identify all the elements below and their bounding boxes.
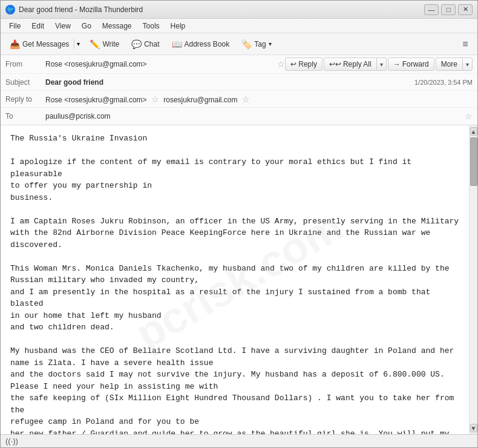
forward-icon: →	[393, 60, 401, 68]
menu-help[interactable]: Help	[166, 21, 191, 31]
reply-icon: ↩	[290, 60, 296, 68]
email-body-container: The Russia's Ukraine Invasion I apologiz…	[1, 125, 477, 434]
from-label: From	[5, 60, 42, 68]
get-messages-button[interactable]: 📥 Get Messages ▾	[4, 37, 83, 51]
menu-view[interactable]: View	[50, 21, 76, 31]
write-button[interactable]: ✏️ Write	[84, 37, 125, 51]
window-title: Dear good friend - Mozilla Thunderbird	[19, 5, 143, 14]
scroll-track[interactable]	[470, 137, 477, 422]
email-header: From Rose <rosesjukru@gmail.com> ☆ ↩ Rep…	[1, 55, 477, 125]
status-bar: ((·))	[1, 434, 477, 447]
subject-label: Subject	[5, 78, 42, 87]
tag-icon: 🏷️	[241, 39, 252, 49]
tag-button[interactable]: 🏷️ Tag ▾	[236, 37, 277, 51]
scrollbar[interactable]: ▲ ▼	[469, 125, 477, 434]
address-book-icon: 📖	[172, 39, 182, 49]
app-icon: 🐦	[5, 5, 15, 15]
to-label: To	[5, 112, 42, 120]
reply-button[interactable]: ↩ Reply	[285, 58, 322, 71]
to-row: To paulius@pcrisk.com ☆	[1, 108, 477, 125]
from-star-icon[interactable]: ☆	[277, 59, 285, 69]
wifi-icon: ((·))	[5, 436, 18, 446]
tag-dropdown-arrow: ▾	[269, 41, 272, 47]
to-star-icon[interactable]: ☆	[465, 111, 473, 121]
reply-all-button[interactable]: ↩↩ Reply All	[324, 58, 377, 70]
write-icon: ✏️	[90, 39, 100, 49]
title-bar-left: 🐦 Dear good friend - Mozilla Thunderbird	[5, 5, 143, 15]
reply-to-value: Rose <rosesjukru@gmail.com> ☆ rosesjukru…	[45, 94, 473, 104]
get-messages-label[interactable]: 📥 Get Messages	[5, 38, 74, 51]
menu-edit[interactable]: Edit	[27, 21, 49, 31]
from-row: From Rose <rosesjukru@gmail.com> ☆ ↩ Rep…	[1, 55, 477, 74]
email-timestamp: 1/20/2023, 3:54 PM	[414, 79, 473, 86]
email-actions: ↩ Reply ↩↩ Reply All ▾ → Forward More	[285, 58, 473, 71]
scroll-thumb[interactable]	[470, 137, 477, 186]
hamburger-menu-button[interactable]: ≡	[457, 36, 474, 53]
reply-to-row: Reply to Rose <rosesjukru@gmail.com> ☆ r…	[1, 91, 477, 108]
reply-to-star-icon[interactable]: ☆	[151, 94, 159, 104]
reply-to-label: Reply to	[5, 95, 42, 104]
menu-tools[interactable]: Tools	[138, 21, 165, 31]
menu-go[interactable]: Go	[77, 21, 96, 31]
to-value: paulius@pcrisk.com	[45, 112, 462, 120]
menu-file[interactable]: File	[4, 21, 25, 31]
main-window: 🐦 Dear good friend - Mozilla Thunderbird…	[0, 0, 478, 448]
reply-all-dropdown[interactable]: ▾	[377, 59, 386, 70]
get-messages-icon: 📥	[10, 39, 20, 49]
toolbar: 📥 Get Messages ▾ ✏️ Write 💬 Chat 📖 Addre…	[1, 33, 477, 55]
email-body: The Russia's Ukraine Invasion I apologiz…	[1, 125, 469, 434]
menu-bar: File Edit View Go Message Tools Help	[1, 19, 477, 33]
more-group[interactable]: More ▾	[436, 58, 473, 71]
from-value: Rose <rosesjukru@gmail.com>	[45, 60, 275, 68]
forward-button[interactable]: → Forward	[388, 58, 434, 71]
scroll-up-arrow[interactable]: ▲	[470, 127, 477, 136]
close-button[interactable]: ✕	[458, 4, 473, 15]
title-bar: 🐦 Dear good friend - Mozilla Thunderbird…	[1, 1, 477, 19]
more-dropdown[interactable]: ▾	[463, 59, 472, 70]
minimize-button[interactable]: —	[424, 4, 439, 15]
chat-button[interactable]: 💬 Chat	[126, 37, 165, 51]
window-controls: — □ ✕	[424, 4, 473, 15]
more-button[interactable]: More	[436, 58, 463, 70]
subject-value: Dear good friend	[45, 78, 414, 87]
reply-to-email2-star-icon[interactable]: ☆	[242, 94, 250, 104]
chat-icon: 💬	[131, 39, 142, 49]
reply-all-group[interactable]: ↩↩ Reply All ▾	[324, 58, 387, 71]
subject-row: Subject Dear good friend 1/20/2023, 3:54…	[1, 74, 477, 91]
menu-message[interactable]: Message	[97, 21, 137, 31]
scroll-down-arrow[interactable]: ▼	[470, 424, 477, 432]
reply-all-icon: ↩↩	[329, 60, 341, 68]
get-messages-dropdown-arrow[interactable]: ▾	[74, 39, 82, 49]
maximize-button[interactable]: □	[441, 4, 456, 15]
address-book-button[interactable]: 📖 Address Book	[166, 37, 235, 51]
